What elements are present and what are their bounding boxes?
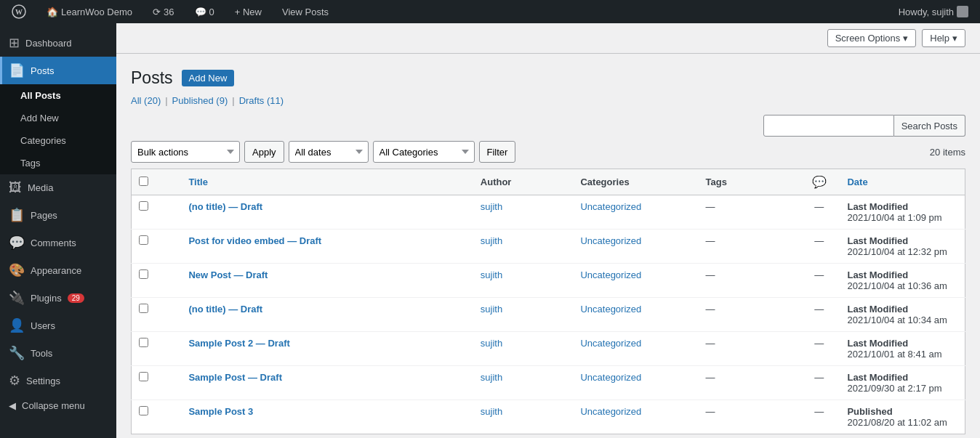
sidebar-item-pages[interactable]: 📋 Pages xyxy=(0,201,116,229)
posts-table: Title Author Categories Tags 💬 xyxy=(131,169,965,434)
comments-item[interactable]: 💬 0 xyxy=(189,0,220,23)
screen-header: Screen Options ▾ Help ▾ xyxy=(116,23,980,54)
author-link-3[interactable]: sujith xyxy=(481,304,502,315)
category-link-5[interactable]: Uncategorized xyxy=(580,372,641,383)
add-new-button[interactable]: Add New xyxy=(182,70,235,86)
author-link-4[interactable]: sujith xyxy=(481,338,502,349)
sidebar-item-tags[interactable]: Tags xyxy=(0,152,116,174)
media-icon: 🖼 xyxy=(9,180,22,195)
site-name[interactable]: 🏠 LearnWoo Demo xyxy=(41,0,138,23)
main-content: Screen Options ▾ Help ▾ Posts Add New Al… xyxy=(116,23,980,438)
pages-icon: 📋 xyxy=(9,207,25,223)
date-label-0: Last Modified xyxy=(847,201,957,212)
author-link-0[interactable]: sujith xyxy=(481,201,502,212)
row-checkbox-5[interactable] xyxy=(139,372,148,381)
author-link-6[interactable]: sujith xyxy=(481,406,502,417)
date-value-0: 2021/10/04 at 1:09 pm xyxy=(847,212,957,223)
category-link-2[interactable]: Uncategorized xyxy=(580,269,641,280)
post-title-link-0[interactable]: (no title) — Draft xyxy=(188,201,262,212)
sidebar-item-users[interactable]: 👤 Users xyxy=(0,312,116,339)
wp-logo[interactable]: W xyxy=(6,0,32,23)
post-title-link-4[interactable]: Sample Post 2 — Draft xyxy=(188,338,289,349)
published-link[interactable]: Published (9) xyxy=(172,95,228,106)
date-column-header[interactable]: Date xyxy=(840,169,965,195)
admin-bar: W 🏠 LearnWoo Demo ⟳ 36 💬 0 + New View Po… xyxy=(0,0,980,23)
post-title-link-5[interactable]: Sample Post — Draft xyxy=(188,372,282,383)
updates-item[interactable]: ⟳ 36 xyxy=(147,0,180,23)
category-link-3[interactable]: Uncategorized xyxy=(580,304,641,315)
date-label-3: Last Modified xyxy=(847,304,957,315)
row-checkbox-4[interactable] xyxy=(139,338,148,347)
dates-select[interactable]: All dates xyxy=(289,141,369,163)
row-checkbox-6[interactable] xyxy=(139,406,148,415)
title-column-header[interactable]: Title xyxy=(181,169,473,195)
sep2: | xyxy=(232,95,234,106)
category-link-4[interactable]: Uncategorized xyxy=(580,338,641,349)
posts-submenu: All Posts Add New Categories Tags xyxy=(0,84,116,174)
categories-column-header: Categories xyxy=(573,169,698,195)
all-posts-link[interactable]: All (20) xyxy=(131,95,161,106)
category-link-0[interactable]: Uncategorized xyxy=(580,201,641,212)
sep1: | xyxy=(165,95,167,106)
sidebar-item-appearance[interactable]: 🎨 Appearance xyxy=(0,256,116,284)
table-row: Post for video embed — Draft sujith Unca… xyxy=(132,230,965,264)
sidebar-item-tools[interactable]: 🔧 Tools xyxy=(0,339,116,367)
row-checkbox-2[interactable] xyxy=(139,269,148,279)
filter-button[interactable]: Filter xyxy=(479,141,516,163)
screen-options-button[interactable]: Screen Options ▾ xyxy=(827,29,917,47)
row-checkbox-3[interactable] xyxy=(139,304,148,313)
user-greeting[interactable]: Howdy, sujith xyxy=(893,0,974,23)
tags-column-header: Tags xyxy=(698,169,798,195)
search-input[interactable] xyxy=(763,115,894,137)
dashboard-icon: ⊞ xyxy=(9,35,20,51)
appearance-icon: 🎨 xyxy=(9,262,25,278)
drafts-link[interactable]: Drafts (11) xyxy=(239,95,284,106)
sidebar-item-add-new[interactable]: Add New xyxy=(0,107,116,129)
settings-icon: ⚙ xyxy=(9,373,20,389)
post-title-link-3[interactable]: (no title) — Draft xyxy=(188,304,262,315)
table-row: (no title) — Draft sujith Uncategorized … xyxy=(132,298,965,332)
page-title-row: Posts Add New xyxy=(131,68,965,88)
date-value-3: 2021/10/04 at 10:34 am xyxy=(847,315,957,325)
category-link-6[interactable]: Uncategorized xyxy=(580,406,641,417)
sidebar-item-dashboard[interactable]: ⊞ Dashboard xyxy=(0,29,116,57)
table-row: Sample Post 3 sujith Uncategorized — — P… xyxy=(132,400,965,434)
sidebar-item-media[interactable]: 🖼 Media xyxy=(0,174,116,201)
date-value-4: 2021/10/01 at 8:41 am xyxy=(847,349,957,360)
chevron-down-icon-help: ▾ xyxy=(952,33,957,44)
row-checkbox-1[interactable] xyxy=(139,235,148,245)
post-title-link-1[interactable]: Post for video embed — Draft xyxy=(188,235,321,246)
author-link-1[interactable]: sujith xyxy=(481,235,502,246)
select-all-checkbox[interactable] xyxy=(139,177,148,186)
tags-value-6: — xyxy=(705,406,715,417)
apply-button[interactable]: Apply xyxy=(244,141,284,163)
sidebar-item-settings[interactable]: ⚙ Settings xyxy=(0,367,116,394)
new-content-item[interactable]: + New xyxy=(229,0,268,23)
sidebar-item-comments[interactable]: 💬 Comments xyxy=(0,229,116,256)
view-posts-item[interactable]: View Posts xyxy=(276,0,334,23)
post-title-link-6[interactable]: Sample Post 3 xyxy=(188,406,253,417)
help-button[interactable]: Help ▾ xyxy=(922,29,965,47)
sidebar-item-posts[interactable]: 📄 Posts xyxy=(0,57,116,84)
comments-value-2: — xyxy=(814,269,824,280)
row-checkbox-0[interactable] xyxy=(139,201,148,211)
plugins-badge: 29 xyxy=(68,293,84,303)
categories-select[interactable]: All Categories xyxy=(373,141,475,163)
tags-value-0: — xyxy=(705,201,715,212)
bulk-actions-select[interactable]: Bulk actions xyxy=(131,141,240,163)
date-label-2: Last Modified xyxy=(847,269,957,280)
items-count: 20 items xyxy=(930,147,965,158)
author-link-2[interactable]: sujith xyxy=(481,269,502,280)
page-title: Posts xyxy=(131,68,173,88)
search-posts-button[interactable]: Search Posts xyxy=(894,115,965,137)
author-column-header: Author xyxy=(473,169,574,195)
sidebar-item-plugins[interactable]: 🔌 Plugins 29 xyxy=(0,284,116,312)
post-title-link-2[interactable]: New Post — Draft xyxy=(188,269,268,280)
author-link-5[interactable]: sujith xyxy=(481,372,502,383)
collapse-menu[interactable]: ◀ Collapse menu xyxy=(0,394,116,417)
date-value-2: 2021/10/04 at 10:36 am xyxy=(847,280,957,291)
sidebar-item-all-posts[interactable]: All Posts xyxy=(0,84,116,107)
category-link-1[interactable]: Uncategorized xyxy=(580,235,641,246)
sidebar-item-categories[interactable]: Categories xyxy=(0,129,116,152)
plugins-icon: 🔌 xyxy=(9,290,25,306)
